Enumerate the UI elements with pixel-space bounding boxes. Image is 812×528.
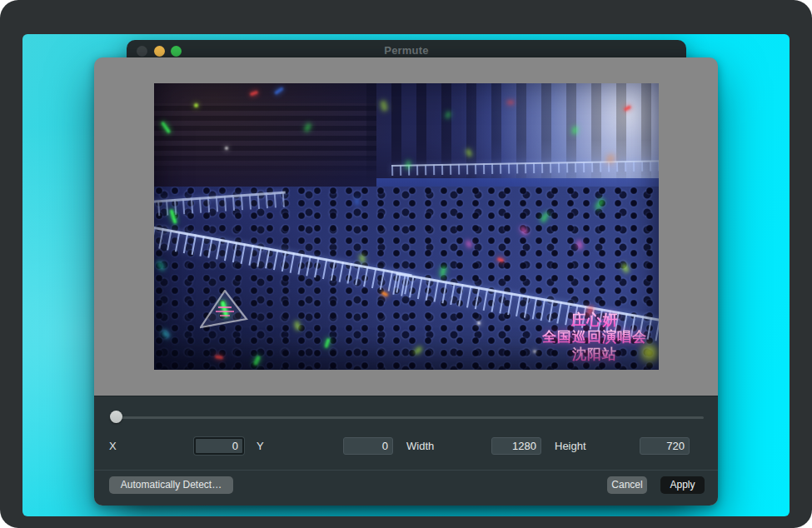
width-field[interactable] (491, 437, 541, 455)
width-label: Width (406, 437, 434, 455)
height-field[interactable] (640, 437, 690, 455)
y-label: Y (257, 437, 264, 455)
crop-control-panel: X Y Width Height Automatically Detect… C… (94, 396, 718, 506)
x-field[interactable] (194, 437, 244, 455)
video-vignette (154, 83, 659, 370)
apply-button[interactable]: Apply (660, 476, 705, 494)
outer-frame: Permute (0, 0, 812, 528)
crop-dialog: 庄心妍 全国巡回演唱会 沈阳站 X Y Width Height (94, 57, 718, 506)
x-label: X (109, 437, 117, 455)
y-field[interactable] (343, 437, 393, 455)
height-label: Height (555, 437, 586, 455)
video-preview[interactable]: 庄心妍 全国巡回演唱会 沈阳站 (154, 83, 659, 370)
automatically-detect-button[interactable]: Automatically Detect… (109, 476, 233, 494)
timeline-slider-track[interactable] (111, 416, 704, 419)
cancel-button[interactable]: Cancel (607, 476, 647, 494)
timeline-slider-knob[interactable] (110, 411, 122, 423)
crop-fields-row: X Y Width Height (94, 437, 718, 455)
desktop-background: Permute (22, 34, 790, 516)
panel-divider (94, 470, 718, 471)
